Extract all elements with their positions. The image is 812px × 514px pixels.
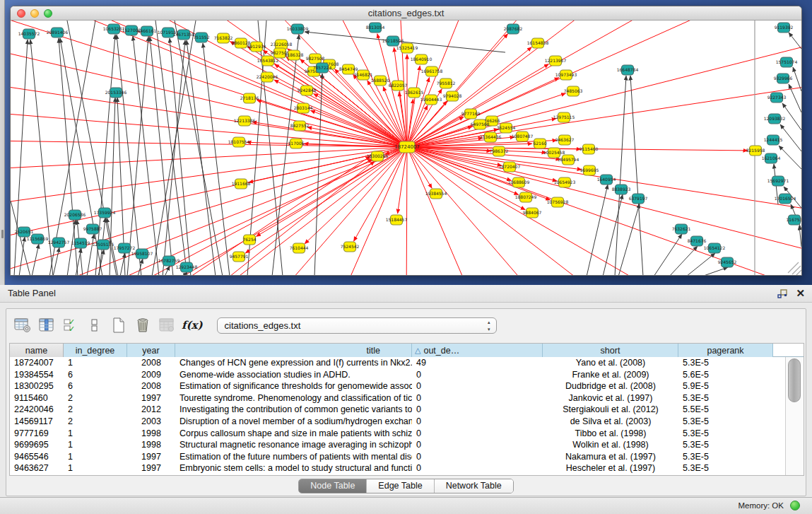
graph-node[interactable]: 20891406 [47,28,69,37]
table-cell[interactable]: 0 [412,416,543,428]
function-builder-icon[interactable]: f(x) [182,319,203,332]
tab-node-table[interactable]: Node Table [299,479,367,493]
table-cell[interactable]: 2008 [127,357,175,369]
table-row[interactable]: 1938455462009Genome-wide association stu… [10,369,804,381]
table-cell[interactable]: 2 [64,416,127,428]
table-cell[interactable]: 6 [64,369,127,381]
graph-node[interactable]: 116753 [787,215,801,225]
graph-node[interactable]: 18495794 [558,155,579,165]
graph-node[interactable]: 20206586 [64,210,86,220]
table-body[interactable]: 1872400712008Changes of HCN gene express… [10,357,804,474]
table-cell[interactable]: 1997 [127,462,175,474]
table-cell[interactable]: Wolkin et al. (1998) [543,439,678,451]
table-cell[interactable]: 9777169 [10,428,64,440]
graph-node[interactable]: 12923448 [176,262,198,272]
graph-node[interactable]: 8215958 [746,146,765,156]
graph-node[interactable]: 9115460 [579,144,599,154]
graph-node[interactable]: 8427552 [290,121,310,131]
table-cell[interactable]: 0 [412,369,543,381]
table-cell[interactable]: 14569117 [10,416,64,428]
graph-node[interactable]: 19958107 [131,249,153,259]
table-cell[interactable]: 0 [412,392,543,404]
table-row[interactable]: 946554611997Estimation of the future num… [10,451,804,463]
graph-node[interactable]: 2620651 [15,227,34,237]
graph-node[interactable]: 9699695 [580,165,599,175]
graph-node[interactable]: 7524542 [341,242,360,252]
table-cell[interactable]: Embryonic stem cells: a model to study s… [175,462,412,474]
graph-node[interactable]: 8186328 [285,50,304,60]
graph-node[interactable]: 8838923 [612,185,631,194]
table-cell[interactable]: 1997 [127,392,175,404]
graph-node[interactable]: 12213386 [234,116,256,126]
graph-node[interactable]: 20153346 [105,88,127,98]
column-header-name[interactable]: name [10,344,64,357]
table-cell[interactable]: 6 [64,380,127,392]
table-cell[interactable]: 0 [412,462,543,474]
graph-node[interactable]: 1588520 [371,76,390,86]
graph-node[interactable]: 9463627 [555,135,575,145]
table-cell[interactable]: Yano et al. (2008) [543,357,678,369]
graph-node[interactable]: 9777169 [461,109,481,119]
graph-node[interactable]: 9119392 [775,23,794,33]
graph-node[interactable]: 10756928 [547,197,569,207]
delete-icon[interactable] [132,315,153,336]
column-visibility-button[interactable]: ✓ ✓ [60,315,81,336]
table-cell[interactable]: Nakamura et al. (1997) [543,451,678,463]
table-cell[interactable]: Disruption of a novel member of a sodium… [175,416,412,428]
graph-node[interactable]: 117006 [288,139,305,148]
tab-network-table[interactable]: Network Table [435,479,513,493]
table-cell[interactable]: 2 [64,392,127,404]
column-header-in_degree[interactable]: in_degree [64,344,127,357]
table-row[interactable]: 969969511998Structural magnetic resonanc… [10,439,804,451]
table-cell[interactable]: 5.3E-5 [678,416,773,428]
table-header-row[interactable]: namein_degreeyeartitle△out_de…shortpager… [10,344,804,357]
table-row[interactable]: 1456911722003Disruption of a novel membe… [10,416,804,428]
table-cell[interactable]: Franke et al. (2009) [543,369,678,381]
close-icon[interactable]: ✕ [796,288,805,299]
graph-node[interactable]: 1911668 [232,179,251,189]
graph-node[interactable]: 2087682 [504,24,523,34]
table-vertical-scrollbar[interactable] [785,357,804,475]
table-cell[interactable]: 9463627 [10,462,64,474]
column-header-year[interactable]: year [127,344,175,357]
table-cell[interactable]: Dudbridge et al. (2008) [543,380,678,392]
column-header-title[interactable]: title [175,344,412,357]
table-cell[interactable]: 1 [64,439,127,451]
graph-node[interactable]: 18807249 [515,192,537,202]
table-row[interactable]: 1872400712008Changes of HCN gene express… [10,357,804,369]
graph-node[interactable]: 14035572 [18,29,40,39]
column-header-pagerank[interactable]: pagerank [678,344,773,357]
table-cell[interactable]: Structural magnetic resonance image aver… [175,439,412,451]
graph-node[interactable]: 14671358 [173,30,195,40]
table-cell[interactable]: 1 [64,428,127,440]
table-cell[interactable]: 18300295 [10,380,64,392]
graph-node[interactable]: 8813054 [366,23,385,33]
graph-node[interactable]: 2718176 [240,93,259,103]
table-cell[interactable]: Jankovic et al. (1997) [543,392,678,404]
table-cell[interactable]: 19384554 [10,369,64,381]
graph-node[interactable]: 12975115 [553,112,575,122]
graph-node[interactable]: 10807487 [512,132,534,141]
table-cell[interactable]: 5.6E-5 [678,369,773,381]
graph-node[interactable]: 9794028 [443,91,462,101]
network-graph[interactable]: 7163822886012889129342322605898275051654… [11,21,801,276]
graph-node[interactable]: 9146821 [354,70,373,80]
graph-node[interactable]: 7955812 [437,78,456,88]
graph-node[interactable]: 21364436 [480,132,502,142]
table-cell[interactable]: Hescheler et al. (1997) [543,462,678,474]
table-cell[interactable]: 49 [412,357,543,369]
graph-node[interactable]: 10025458 [543,148,565,158]
table-selector-dropdown[interactable]: citations_edges.txt ▴▾ [217,317,497,334]
table-cell[interactable]: 2 [64,404,127,416]
graph-node[interactable]: 6497568 [471,119,490,129]
table-cell[interactable]: 9465546 [10,451,64,463]
graph-node[interactable]: 15325419 [396,43,418,53]
table-cell[interactable]: Stergiakouli et al. (2012) [543,404,678,416]
graph-node[interactable]: 19218506 [382,36,404,46]
graph-node[interactable]: 1640954 [597,175,616,185]
table-cell[interactable]: de Silva et al. (2003) [543,416,678,428]
graph-node[interactable]: 1621064 [762,153,781,163]
table-cell[interactable]: 0 [412,439,543,451]
table-cell[interactable]: 5.3E-5 [678,392,773,404]
graph-node[interactable]: 7632621 [672,224,691,234]
